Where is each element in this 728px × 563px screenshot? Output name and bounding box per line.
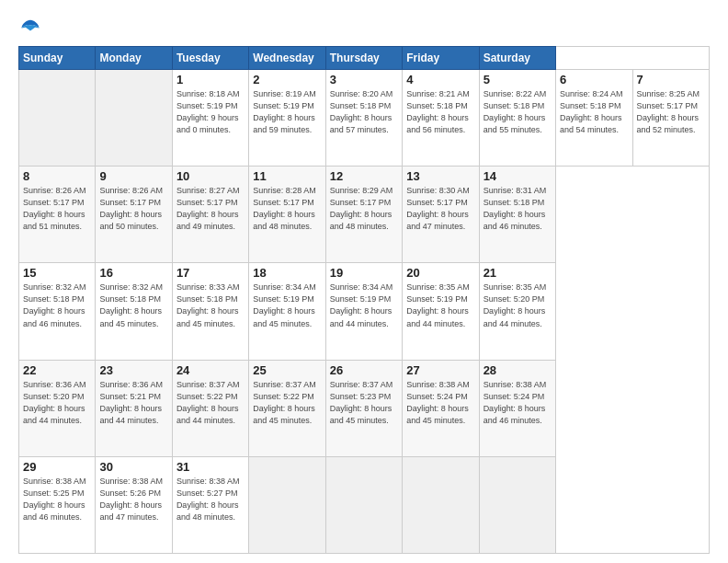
day-number: 26 <box>330 363 398 377</box>
day-number: 22 <box>23 363 91 377</box>
day-info: Sunrise: 8:37 AMSunset: 5:22 PMDaylight:… <box>176 380 240 425</box>
calendar-header-row: SundayMondayTuesdayWednesdayThursdayFrid… <box>19 47 710 70</box>
calendar-cell: 1Sunrise: 8:18 AMSunset: 5:19 PMDaylight… <box>172 70 248 167</box>
day-info: Sunrise: 8:35 AMSunset: 5:19 PMDaylight:… <box>406 282 470 327</box>
calendar-cell: 4Sunrise: 8:21 AMSunset: 5:18 PMDaylight… <box>403 70 479 167</box>
day-number: 7 <box>637 73 706 86</box>
day-of-week-header: Tuesday <box>172 47 248 70</box>
day-info: Sunrise: 8:21 AMSunset: 5:18 PMDaylight:… <box>406 89 470 134</box>
day-info: Sunrise: 8:38 AMSunset: 5:25 PMDaylight:… <box>23 477 86 522</box>
header <box>18 17 710 37</box>
day-number: 15 <box>23 266 91 280</box>
calendar-cell: 29Sunrise: 8:38 AMSunset: 5:25 PMDayligh… <box>19 456 96 553</box>
day-of-week-header: Sunday <box>19 47 96 70</box>
calendar-cell: 2Sunrise: 8:19 AMSunset: 5:19 PMDaylight… <box>249 70 325 167</box>
calendar-cell: 27Sunrise: 8:38 AMSunset: 5:24 PMDayligh… <box>403 360 479 456</box>
calendar-cell: 25Sunrise: 8:37 AMSunset: 5:22 PMDayligh… <box>249 360 325 456</box>
calendar-cell: 31Sunrise: 8:38 AMSunset: 5:27 PMDayligh… <box>172 456 248 553</box>
day-number: 25 <box>253 363 321 377</box>
day-number: 23 <box>99 363 167 377</box>
day-number: 17 <box>176 266 245 280</box>
day-of-week-header: Friday <box>403 47 479 70</box>
page: SundayMondayTuesdayWednesdayThursdayFrid… <box>0 0 728 563</box>
day-info: Sunrise: 8:34 AMSunset: 5:19 PMDaylight:… <box>330 282 393 327</box>
day-number: 20 <box>406 266 474 280</box>
calendar-cell: 24Sunrise: 8:37 AMSunset: 5:22 PMDayligh… <box>172 360 248 456</box>
day-info: Sunrise: 8:22 AMSunset: 5:18 PMDaylight:… <box>483 89 547 134</box>
day-info: Sunrise: 8:36 AMSunset: 5:20 PMDaylight:… <box>23 380 86 425</box>
day-info: Sunrise: 8:38 AMSunset: 5:27 PMDaylight:… <box>176 477 240 522</box>
calendar-week-row: 15Sunrise: 8:32 AMSunset: 5:18 PMDayligh… <box>19 263 710 360</box>
day-number: 16 <box>99 266 167 280</box>
calendar-week-row: 22Sunrise: 8:36 AMSunset: 5:20 PMDayligh… <box>19 360 710 456</box>
day-number: 21 <box>483 266 552 280</box>
calendar-cell: 15Sunrise: 8:32 AMSunset: 5:18 PMDayligh… <box>19 263 96 360</box>
day-info: Sunrise: 8:36 AMSunset: 5:21 PMDaylight:… <box>99 380 163 425</box>
calendar-cell: 28Sunrise: 8:38 AMSunset: 5:24 PMDayligh… <box>479 360 555 456</box>
day-number: 2 <box>253 73 321 86</box>
day-number: 9 <box>99 169 167 183</box>
calendar-week-row: 1Sunrise: 8:18 AMSunset: 5:19 PMDaylight… <box>19 70 710 167</box>
calendar-cell: 19Sunrise: 8:34 AMSunset: 5:19 PMDayligh… <box>325 263 402 360</box>
calendar-cell: 11Sunrise: 8:28 AMSunset: 5:17 PMDayligh… <box>249 167 325 263</box>
calendar-cell: 8Sunrise: 8:26 AMSunset: 5:17 PMDaylight… <box>19 167 96 263</box>
day-info: Sunrise: 8:34 AMSunset: 5:19 PMDaylight:… <box>253 282 316 327</box>
day-info: Sunrise: 8:29 AMSunset: 5:17 PMDaylight:… <box>330 186 393 231</box>
calendar-cell: 9Sunrise: 8:26 AMSunset: 5:17 PMDaylight… <box>96 167 172 263</box>
calendar-cell <box>249 456 325 553</box>
calendar-cell: 26Sunrise: 8:37 AMSunset: 5:23 PMDayligh… <box>325 360 402 456</box>
day-info: Sunrise: 8:30 AMSunset: 5:17 PMDaylight:… <box>406 186 470 231</box>
day-of-week-header: Monday <box>96 47 172 70</box>
day-info: Sunrise: 8:38 AMSunset: 5:24 PMDaylight:… <box>406 380 470 425</box>
calendar-cell: 30Sunrise: 8:38 AMSunset: 5:26 PMDayligh… <box>96 456 172 553</box>
day-number: 14 <box>483 169 552 183</box>
day-number: 11 <box>253 169 321 183</box>
calendar-cell: 17Sunrise: 8:33 AMSunset: 5:18 PMDayligh… <box>172 263 248 360</box>
day-number: 27 <box>406 363 474 377</box>
calendar-cell: 6Sunrise: 8:24 AMSunset: 5:18 PMDaylight… <box>556 70 632 167</box>
day-info: Sunrise: 8:19 AMSunset: 5:19 PMDaylight:… <box>253 89 316 134</box>
calendar-cell <box>479 456 555 553</box>
day-number: 6 <box>560 73 628 86</box>
calendar-cell: 22Sunrise: 8:36 AMSunset: 5:20 PMDayligh… <box>19 360 96 456</box>
day-number: 8 <box>23 169 91 183</box>
day-info: Sunrise: 8:37 AMSunset: 5:23 PMDaylight:… <box>330 380 393 425</box>
day-number: 3 <box>330 73 398 86</box>
calendar-week-row: 29Sunrise: 8:38 AMSunset: 5:25 PMDayligh… <box>19 456 710 553</box>
day-info: Sunrise: 8:32 AMSunset: 5:18 PMDaylight:… <box>23 282 86 327</box>
day-number: 12 <box>330 169 398 183</box>
day-info: Sunrise: 8:25 AMSunset: 5:17 PMDaylight:… <box>637 89 700 134</box>
day-info: Sunrise: 8:31 AMSunset: 5:18 PMDaylight:… <box>483 186 547 231</box>
day-of-week-header: Wednesday <box>249 47 325 70</box>
day-info: Sunrise: 8:27 AMSunset: 5:17 PMDaylight:… <box>176 186 240 231</box>
calendar-cell: 21Sunrise: 8:35 AMSunset: 5:20 PMDayligh… <box>479 263 555 360</box>
calendar-cell: 14Sunrise: 8:31 AMSunset: 5:18 PMDayligh… <box>479 167 555 263</box>
logo <box>18 17 40 37</box>
day-number: 13 <box>406 169 474 183</box>
day-info: Sunrise: 8:26 AMSunset: 5:17 PMDaylight:… <box>23 186 86 231</box>
day-info: Sunrise: 8:37 AMSunset: 5:22 PMDaylight:… <box>253 380 316 425</box>
day-info: Sunrise: 8:28 AMSunset: 5:17 PMDaylight:… <box>253 186 316 231</box>
day-number: 29 <box>23 460 91 474</box>
calendar-cell: 20Sunrise: 8:35 AMSunset: 5:19 PMDayligh… <box>403 263 479 360</box>
calendar-cell: 16Sunrise: 8:32 AMSunset: 5:18 PMDayligh… <box>96 263 172 360</box>
calendar-cell: 18Sunrise: 8:34 AMSunset: 5:19 PMDayligh… <box>249 263 325 360</box>
calendar-cell <box>403 456 479 553</box>
calendar-cell <box>19 70 96 167</box>
day-number: 1 <box>176 73 245 86</box>
calendar-cell: 5Sunrise: 8:22 AMSunset: 5:18 PMDaylight… <box>479 70 555 167</box>
calendar-cell: 7Sunrise: 8:25 AMSunset: 5:17 PMDaylight… <box>632 70 710 167</box>
day-number: 31 <box>176 460 245 474</box>
day-of-week-header: Saturday <box>479 47 555 70</box>
day-info: Sunrise: 8:33 AMSunset: 5:18 PMDaylight:… <box>176 282 240 327</box>
day-number: 4 <box>406 73 474 86</box>
day-number: 10 <box>176 169 245 183</box>
day-number: 19 <box>330 266 398 280</box>
day-number: 18 <box>253 266 321 280</box>
day-info: Sunrise: 8:32 AMSunset: 5:18 PMDaylight:… <box>99 282 163 327</box>
calendar-cell <box>325 456 402 553</box>
calendar-table: SundayMondayTuesdayWednesdayThursdayFrid… <box>18 46 710 554</box>
calendar-week-row: 8Sunrise: 8:26 AMSunset: 5:17 PMDaylight… <box>19 167 710 263</box>
day-number: 28 <box>483 363 552 377</box>
day-info: Sunrise: 8:38 AMSunset: 5:26 PMDaylight:… <box>99 477 163 522</box>
